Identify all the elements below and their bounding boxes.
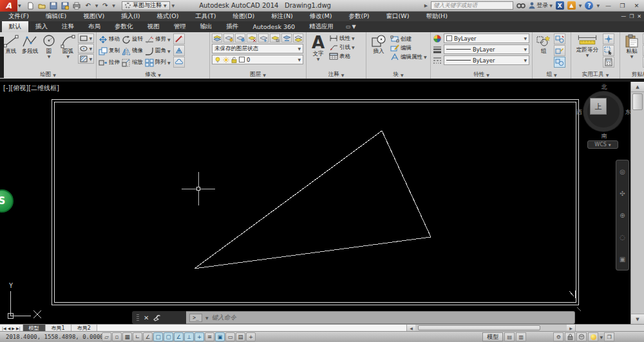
sign-in-button[interactable]: 登录 ▼ <box>529 1 553 10</box>
status-toggle-ortho-mode[interactable]: ∟ <box>133 332 142 341</box>
layer-freeze-button[interactable] <box>258 33 269 43</box>
ribbon-tab-10[interactable]: 精选应用 <box>302 21 341 32</box>
arc-button[interactable]: 圆弧 ▼ <box>59 33 77 59</box>
status-toggle-object-snap-tracking[interactable]: ∠ <box>174 332 184 341</box>
open-file-button[interactable] <box>37 1 46 10</box>
text-button[interactable]: A 文字 ▼ <box>308 33 328 62</box>
group-edit-button[interactable] <box>554 45 565 56</box>
model-space-toggle[interactable]: 模型 <box>482 332 503 341</box>
autodesk360-icon[interactable]: ▲ <box>567 1 576 10</box>
leader-button[interactable]: 引线▼ <box>329 43 355 52</box>
viewcube-north-label[interactable]: 北 <box>578 83 630 91</box>
close-command-line-icon[interactable]: ✕ <box>144 314 149 321</box>
help-caret-icon[interactable]: ▼ <box>596 3 600 8</box>
pan-icon[interactable]: ✣ <box>620 190 625 197</box>
status-toggle-transparency[interactable]: ▣ <box>215 332 225 341</box>
status-toggle-3d-object-snap[interactable]: ▢ <box>164 332 173 341</box>
save-button[interactable] <box>49 1 58 10</box>
circle-button[interactable]: 圆 ▼ <box>40 33 58 59</box>
linetype-icon[interactable] <box>433 57 442 64</box>
app-menu-caret-icon[interactable]: ▼ <box>18 3 21 8</box>
fillet-button[interactable]: 圆角▼ <box>145 47 171 55</box>
erase-button[interactable] <box>173 33 185 44</box>
app-logo[interactable]: A <box>0 0 17 12</box>
prev-tab-button[interactable]: ◀ <box>8 326 11 330</box>
tab-layout2[interactable]: 布局2 <box>71 325 97 331</box>
linear-dimension-button[interactable]: 线性▼ <box>329 34 355 43</box>
array-button[interactable]: 阵列▼ <box>145 59 171 67</box>
quick-select-button[interactable] <box>603 45 614 56</box>
modify-panel-footer[interactable]: 修改▼ <box>97 71 209 79</box>
menu-item-5[interactable]: 工具(T) <box>187 12 224 21</box>
menu-item-7[interactable]: 标注(N) <box>263 12 301 21</box>
scroll-up-button[interactable]: ▲ <box>631 82 644 92</box>
command-input[interactable]: >_ ▼ 键入命令 <box>186 311 575 324</box>
mirror-button[interactable]: 镜像 <box>122 47 143 55</box>
utilities-panel-footer[interactable]: 实用工具▼ <box>571 71 620 79</box>
layer-lock-button[interactable] <box>270 33 280 43</box>
menu-item-3[interactable]: 插入(I) <box>113 12 148 21</box>
lineweight-dropdown[interactable]: ByLayer▼ <box>444 44 529 54</box>
layer-state-button[interactable] <box>223 33 234 43</box>
ungroup-button[interactable] <box>554 33 565 44</box>
status-toggle-snap-mode[interactable]: ▫ <box>112 332 122 341</box>
menu-item-4[interactable]: 格式(O) <box>148 12 187 21</box>
menu-item-0[interactable]: 文件(F) <box>0 12 37 21</box>
command-line[interactable]: ✕ >_ ▼ 键入命令 <box>132 311 575 324</box>
full-navigation-wheel-icon[interactable]: ◎ <box>620 168 625 175</box>
quick-view-drawings-button[interactable]: ▥ <box>516 332 526 341</box>
scale-button[interactable]: 缩放 <box>122 59 143 67</box>
orbit-icon[interactable]: ◌ <box>620 234 625 241</box>
search-expand-icon[interactable]: ▶ <box>424 3 428 8</box>
window-close-button[interactable]: ✕ <box>631 1 642 10</box>
search-binoculars-icon[interactable] <box>516 2 526 9</box>
window-restore-button[interactable]: ❐ <box>617 1 628 10</box>
ribbon-tab-6[interactable]: 管理 <box>167 21 193 32</box>
coordinates-display[interactable]: 2018.4000, 1558.4898, 0.0000 <box>0 334 102 340</box>
scroll-left-button[interactable]: ◀ <box>407 325 415 331</box>
create-block-button[interactable]: 创建 <box>390 35 427 43</box>
group-button[interactable]: 组 <box>535 33 553 55</box>
menu-item-11[interactable]: 帮助(H) <box>417 12 456 21</box>
doc-minimize-button[interactable]: — <box>621 14 626 19</box>
draw-panel-footer[interactable]: 绘图▼ <box>0 71 96 79</box>
isolate-objects-button[interactable] <box>576 332 587 341</box>
measure-button[interactable]: 定距等分 ▼ <box>573 33 601 58</box>
edit-block-button[interactable]: 编辑 <box>390 44 427 52</box>
toolbar-lock-button[interactable] <box>565 332 575 341</box>
status-toggle-dynamic-ucs[interactable]: ⟂ <box>184 332 194 341</box>
tool-palette-strip[interactable] <box>0 37 4 78</box>
clipboard-panel-footer[interactable]: 剪贴板 <box>620 71 644 79</box>
layer-properties-button[interactable] <box>212 33 222 43</box>
layer-off-button[interactable] <box>235 33 245 43</box>
viewcube-south-label[interactable]: 南 <box>578 132 630 140</box>
layers-panel-footer[interactable]: 图层▼ <box>210 71 306 79</box>
status-toggle-object-snap[interactable]: □ <box>153 332 163 341</box>
copy-button[interactable]: 复制 <box>99 47 120 55</box>
layer-match-button[interactable] <box>281 33 292 43</box>
undo-button[interactable]: ↶ <box>84 1 93 10</box>
menu-item-9[interactable]: 参数(P) <box>340 12 377 21</box>
navigation-bar[interactable]: ◎ ✣ ⊕ ◌ ▣ <box>616 160 629 271</box>
annotation-panel-footer[interactable]: 注释▼ <box>307 71 366 79</box>
edit-attributes-button[interactable]: 编辑属性▼ <box>390 53 427 61</box>
a360-caret-icon[interactable]: ▼ <box>579 3 582 8</box>
ribbon-tab-5[interactable]: 视图 <box>140 21 167 32</box>
ribbon-tab-9[interactable]: Autodesk 360 <box>246 21 303 32</box>
ribbon-tab-7[interactable]: 输出 <box>193 21 220 32</box>
redo-button[interactable]: ↷ <box>100 1 109 10</box>
circle-caret-icon[interactable]: ▼ <box>48 55 51 59</box>
menu-item-8[interactable]: 修改(M) <box>301 12 341 21</box>
hardware-acceleration-button[interactable] <box>588 332 598 341</box>
text-caret-icon[interactable]: ▼ <box>317 57 320 62</box>
undo-caret-icon[interactable]: ▼ <box>95 3 99 8</box>
status-toggle-grid-display[interactable]: ▦ <box>122 332 132 341</box>
quick-view-layouts-button[interactable]: ▤ <box>504 332 515 341</box>
rotate-button[interactable]: 旋转 <box>122 35 143 44</box>
viewcube-top-face[interactable]: 上 <box>590 98 607 115</box>
status-toggle-quick-properties[interactable]: ▭ <box>225 332 235 341</box>
customize-wrench-icon[interactable] <box>153 314 161 321</box>
hatch-button[interactable]: ▼ <box>78 54 94 64</box>
ribbon-tab-0[interactable]: 默认 <box>2 21 28 32</box>
group-selection-toggle[interactable] <box>554 57 565 68</box>
